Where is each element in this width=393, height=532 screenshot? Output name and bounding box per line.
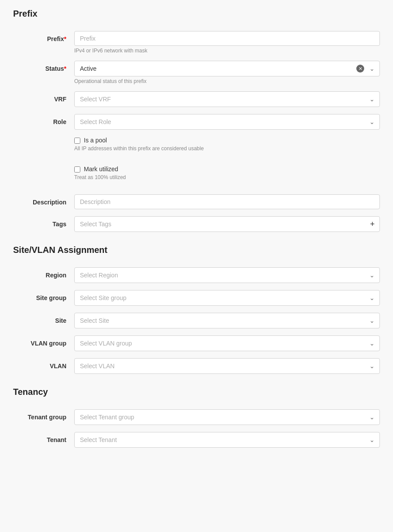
tenancy-section-title: Tenancy [13,387,380,401]
vrf-row: VRF Select VRF ⌄ [13,91,380,107]
vlan-group-row: VLAN group Select VLAN group ⌄ [13,335,380,351]
region-row: Region Select Region ⌄ [13,267,380,283]
site-vlan-section: Site/VLAN Assignment Region Select Regio… [13,245,380,374]
description-label: Description [13,194,74,206]
tenant-group-row: Tenant group Select Tenant group ⌄ [13,409,380,425]
tenant-group-label: Tenant group [13,409,74,421]
status-select-wrapper: Active Container Reserved Deprecated ✕ ⌄ [74,61,380,76]
tags-placeholder: Select Tags [80,221,111,228]
site-group-field: Select Site group ⌄ [74,290,380,306]
description-row: Description [13,194,380,209]
site-label: Site [13,313,74,324]
mark-utilized-checkbox[interactable] [74,166,80,173]
prefix-input[interactable] [74,31,380,46]
tags-row: Tags Select Tags + [13,216,380,232]
status-clear-icon[interactable]: ✕ [356,65,364,73]
vrf-select[interactable]: Select VRF [74,91,380,107]
is-pool-group: Is a pool All IP addresses within this p… [74,137,380,152]
prefix-section-title: Prefix [13,9,380,22]
tenant-group-select-wrapper: Select Tenant group ⌄ [74,409,380,425]
mark-utilized-group: Mark utilized Treat as 100% utilized [74,166,380,180]
role-field: Select Role ⌄ [74,114,380,130]
site-group-select[interactable]: Select Site group [74,290,380,306]
tags-wrapper: Select Tags + [74,216,380,232]
tenant-row: Tenant Select Tenant ⌄ [13,432,380,448]
prefix-hint: IPv4 or IPv6 network with mask [74,48,380,54]
status-label: Status* [13,61,74,72]
tenant-group-field: Select Tenant group ⌄ [74,409,380,425]
tags-field: Select Tags + [74,216,380,232]
vlan-group-select-wrapper: Select VLAN group ⌄ [74,335,380,351]
tenant-select-wrapper: Select Tenant ⌄ [74,432,380,448]
region-label: Region [13,267,74,279]
vlan-label: VLAN [13,358,74,370]
site-group-row: Site group Select Site group ⌄ [13,290,380,306]
tags-label: Tags [13,216,74,228]
site-group-label: Site group [13,290,74,301]
site-row: Site Select Site ⌄ [13,313,380,328]
vrf-field: Select VRF ⌄ [74,91,380,107]
tenant-field: Select Tenant ⌄ [74,432,380,448]
mark-utilized-checkbox-row: Mark utilized [74,166,380,173]
mark-utilized-field: Mark utilized Treat as 100% utilized [74,166,380,187]
description-field [74,194,380,209]
is-pool-field: Is a pool All IP addresses within this p… [74,137,380,159]
site-select[interactable]: Select Site [74,313,380,328]
vrf-select-wrapper: Select VRF ⌄ [74,91,380,107]
site-group-select-wrapper: Select Site group ⌄ [74,290,380,306]
status-select[interactable]: Active Container Reserved Deprecated [74,61,380,76]
tags-input[interactable]: Select Tags [74,216,380,232]
is-pool-checkbox-row: Is a pool [74,137,380,144]
tenancy-section: Tenancy Tenant group Select Tenant group… [13,387,380,448]
tenant-group-select[interactable]: Select Tenant group [74,409,380,425]
is-pool-hint: All IP addresses within this prefix are … [74,145,380,152]
site-select-wrapper: Select Site ⌄ [74,313,380,328]
role-row: Role Select Role ⌄ [13,114,380,130]
vlan-field: Select VLAN ⌄ [74,358,380,374]
region-select-wrapper: Select Region ⌄ [74,267,380,283]
status-field: Active Container Reserved Deprecated ✕ ⌄… [74,61,380,84]
mark-utilized-row: Mark utilized Treat as 100% utilized [13,166,380,187]
status-hint: Operational status of this prefix [74,78,380,84]
vlan-group-field: Select VLAN group ⌄ [74,335,380,351]
region-select[interactable]: Select Region [74,267,380,283]
role-select[interactable]: Select Role [74,114,380,130]
prefix-row: Prefix* IPv4 or IPv6 network with mask [13,31,380,54]
is-pool-row: Is a pool All IP addresses within this p… [13,137,380,159]
prefix-field: IPv4 or IPv6 network with mask [74,31,380,54]
vlan-row: VLAN Select VLAN ⌄ [13,358,380,374]
site-field: Select Site ⌄ [74,313,380,328]
vlan-group-label: VLAN group [13,335,74,347]
vlan-select-wrapper: Select VLAN ⌄ [74,358,380,374]
mark-utilized-hint: Treat as 100% utilized [74,174,380,180]
description-input[interactable] [74,194,380,209]
prefix-section: Prefix Prefix* IPv4 or IPv6 network with… [13,9,380,232]
status-row: Status* Active Container Reserved Deprec… [13,61,380,84]
vrf-label: VRF [13,91,74,103]
tenant-label: Tenant [13,432,74,443]
region-field: Select Region ⌄ [74,267,380,283]
role-select-wrapper: Select Role ⌄ [74,114,380,130]
vlan-group-select[interactable]: Select VLAN group [74,335,380,351]
tenant-select[interactable]: Select Tenant [74,432,380,448]
mark-utilized-label[interactable]: Mark utilized [84,166,118,173]
vlan-select[interactable]: Select VLAN [74,358,380,374]
role-label: Role [13,114,74,125]
prefix-label: Prefix* [13,31,74,42]
site-vlan-section-title: Site/VLAN Assignment [13,245,380,259]
is-pool-label[interactable]: Is a pool [84,137,107,144]
is-pool-checkbox[interactable] [74,138,80,144]
